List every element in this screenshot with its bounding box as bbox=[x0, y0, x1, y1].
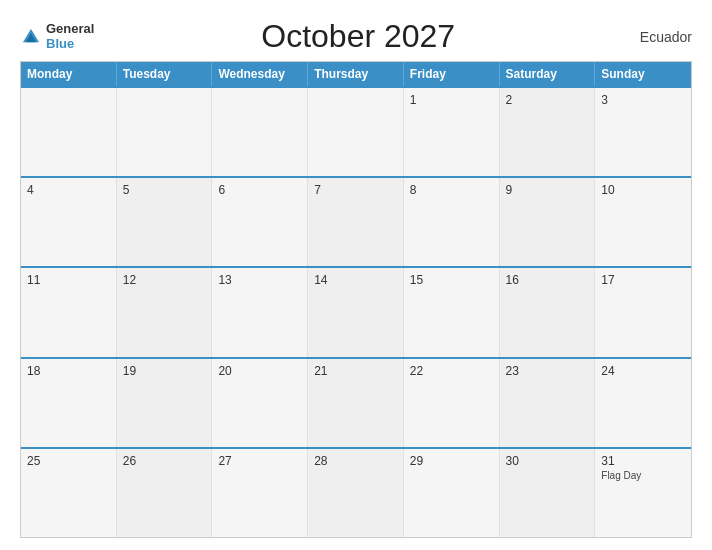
calendar-day-cell: 20 bbox=[212, 359, 308, 447]
calendar-week-row: 25262728293031Flag Day bbox=[21, 447, 691, 537]
day-number: 16 bbox=[506, 273, 589, 287]
calendar-day-cell: 19 bbox=[117, 359, 213, 447]
logo-icon bbox=[20, 26, 42, 48]
calendar-day-cell: 4 bbox=[21, 178, 117, 266]
day-number: 9 bbox=[506, 183, 589, 197]
calendar-week-row: 18192021222324 bbox=[21, 357, 691, 447]
weekday-monday: Monday bbox=[21, 62, 117, 86]
day-number: 10 bbox=[601, 183, 685, 197]
day-number: 23 bbox=[506, 364, 589, 378]
logo: General Blue bbox=[20, 22, 94, 51]
calendar-day-cell: 10 bbox=[595, 178, 691, 266]
calendar-day-cell: 30 bbox=[500, 449, 596, 537]
day-number: 6 bbox=[218, 183, 301, 197]
calendar-day-cell: 27 bbox=[212, 449, 308, 537]
calendar-day-cell: 22 bbox=[404, 359, 500, 447]
calendar-day-cell: 23 bbox=[500, 359, 596, 447]
calendar-day-cell: 24 bbox=[595, 359, 691, 447]
day-number: 26 bbox=[123, 454, 206, 468]
day-number: 14 bbox=[314, 273, 397, 287]
calendar-day-cell: 25 bbox=[21, 449, 117, 537]
calendar-day-cell: 28 bbox=[308, 449, 404, 537]
day-number: 1 bbox=[410, 93, 493, 107]
day-number: 19 bbox=[123, 364, 206, 378]
calendar-title: October 2027 bbox=[94, 18, 622, 55]
calendar-day-cell: 11 bbox=[21, 268, 117, 356]
calendar-day-cell: 29 bbox=[404, 449, 500, 537]
day-number: 28 bbox=[314, 454, 397, 468]
calendar-grid: Monday Tuesday Wednesday Thursday Friday… bbox=[20, 61, 692, 538]
day-number: 11 bbox=[27, 273, 110, 287]
calendar-day-cell: 16 bbox=[500, 268, 596, 356]
weekday-friday: Friday bbox=[404, 62, 500, 86]
weekday-wednesday: Wednesday bbox=[212, 62, 308, 86]
calendar-day-cell: 12 bbox=[117, 268, 213, 356]
weekday-saturday: Saturday bbox=[500, 62, 596, 86]
calendar-day-cell: 9 bbox=[500, 178, 596, 266]
day-number: 13 bbox=[218, 273, 301, 287]
day-number: 30 bbox=[506, 454, 589, 468]
day-number: 31 bbox=[601, 454, 685, 468]
day-number: 27 bbox=[218, 454, 301, 468]
calendar-day-cell: 18 bbox=[21, 359, 117, 447]
calendar-day-cell: 21 bbox=[308, 359, 404, 447]
calendar-header-row: Monday Tuesday Wednesday Thursday Friday… bbox=[21, 62, 691, 86]
weekday-tuesday: Tuesday bbox=[117, 62, 213, 86]
calendar-day-cell: 2 bbox=[500, 88, 596, 176]
calendar-day-cell bbox=[21, 88, 117, 176]
calendar-body: 1234567891011121314151617181920212223242… bbox=[21, 86, 691, 537]
calendar-day-cell: 1 bbox=[404, 88, 500, 176]
day-number: 17 bbox=[601, 273, 685, 287]
logo-text: General Blue bbox=[46, 22, 94, 51]
calendar-day-cell: 3 bbox=[595, 88, 691, 176]
weekday-thursday: Thursday bbox=[308, 62, 404, 86]
calendar-day-cell: 31Flag Day bbox=[595, 449, 691, 537]
day-number: 5 bbox=[123, 183, 206, 197]
day-number: 22 bbox=[410, 364, 493, 378]
calendar-day-cell: 6 bbox=[212, 178, 308, 266]
country-label: Ecuador bbox=[622, 29, 692, 45]
calendar-day-cell: 14 bbox=[308, 268, 404, 356]
calendar-day-cell: 5 bbox=[117, 178, 213, 266]
day-number: 24 bbox=[601, 364, 685, 378]
page-header: General Blue October 2027 Ecuador bbox=[20, 18, 692, 55]
weekday-sunday: Sunday bbox=[595, 62, 691, 86]
day-number: 25 bbox=[27, 454, 110, 468]
calendar-week-row: 123 bbox=[21, 86, 691, 176]
calendar-day-cell bbox=[212, 88, 308, 176]
calendar-day-cell: 13 bbox=[212, 268, 308, 356]
calendar-day-cell: 17 bbox=[595, 268, 691, 356]
calendar-week-row: 45678910 bbox=[21, 176, 691, 266]
calendar-week-row: 11121314151617 bbox=[21, 266, 691, 356]
holiday-label: Flag Day bbox=[601, 470, 685, 481]
calendar-day-cell: 7 bbox=[308, 178, 404, 266]
calendar-page: General Blue October 2027 Ecuador Monday… bbox=[0, 0, 712, 550]
calendar-day-cell: 26 bbox=[117, 449, 213, 537]
day-number: 7 bbox=[314, 183, 397, 197]
day-number: 8 bbox=[410, 183, 493, 197]
calendar-day-cell bbox=[308, 88, 404, 176]
calendar-day-cell: 15 bbox=[404, 268, 500, 356]
calendar-day-cell bbox=[117, 88, 213, 176]
day-number: 15 bbox=[410, 273, 493, 287]
day-number: 18 bbox=[27, 364, 110, 378]
day-number: 20 bbox=[218, 364, 301, 378]
day-number: 4 bbox=[27, 183, 110, 197]
day-number: 29 bbox=[410, 454, 493, 468]
day-number: 3 bbox=[601, 93, 685, 107]
day-number: 21 bbox=[314, 364, 397, 378]
calendar-day-cell: 8 bbox=[404, 178, 500, 266]
day-number: 12 bbox=[123, 273, 206, 287]
day-number: 2 bbox=[506, 93, 589, 107]
